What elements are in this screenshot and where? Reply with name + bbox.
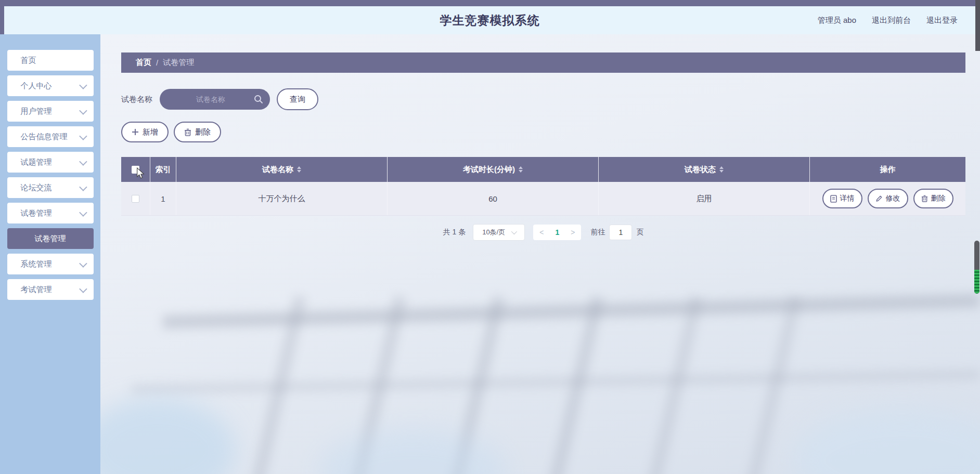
bg-streak	[793, 409, 980, 474]
sidebar-item-label: 系统管理	[21, 259, 52, 269]
sidebar-item-exam-management[interactable]: 考试管理	[7, 279, 94, 300]
sidebar-item-personal-center[interactable]: 个人中心	[7, 75, 94, 96]
pagination: 共 1 条 10条/页 < 1 > 前往 页	[121, 224, 965, 241]
mouse-cursor	[136, 167, 145, 181]
document-icon	[830, 195, 837, 203]
scroll-indicator-stripes	[974, 270, 979, 294]
sidebar-item-system-management[interactable]: 系统管理	[7, 254, 94, 274]
sidebar: 首页 个人中心 用户管理 公告信息管理 试题管理 论坛交流	[0, 34, 100, 474]
header-duration[interactable]: 考试时长(分钟)	[387, 157, 598, 182]
header-index: 索引	[150, 157, 176, 182]
screen: 学生竞赛模拟系统 管理员 abo 退出到前台 退出登录 首页 个人中心 用户管理…	[0, 0, 980, 474]
breadcrumb: 首页 / 试卷管理	[121, 52, 965, 73]
bg-streak	[319, 429, 506, 474]
delete-button-label: 删除	[931, 194, 946, 203]
chevron-down-icon	[511, 229, 517, 234]
admin-user-label[interactable]: 管理员 abo	[818, 16, 856, 25]
sidebar-subitem-label: 试卷管理	[35, 234, 66, 244]
header-status[interactable]: 试卷状态	[598, 157, 809, 182]
logout-link[interactable]: 退出登录	[926, 16, 958, 25]
exit-to-front-link[interactable]: 退出到前台	[872, 16, 911, 25]
trash-icon	[921, 195, 928, 202]
main-row: 首页 个人中心 用户管理 公告信息管理 试题管理 论坛交流	[0, 34, 980, 474]
papers-table: 索引 试卷名称 考试时长(分钟) 试卷状态	[121, 157, 965, 216]
bg-streak	[163, 294, 980, 328]
add-button[interactable]: 新增	[121, 122, 169, 142]
batch-delete-button[interactable]: 删除	[174, 122, 221, 142]
chevron-down-icon	[79, 81, 87, 89]
row-status-cell: 启用	[598, 182, 809, 215]
prev-page-button[interactable]: <	[539, 228, 544, 236]
detail-button[interactable]: 详情	[822, 189, 862, 208]
row-select-cell	[121, 182, 150, 215]
query-button[interactable]: 查询	[277, 88, 318, 110]
row-actions-cell: 详情 修改	[809, 182, 965, 215]
sidebar-item-announcement-management[interactable]: 公告信息管理	[7, 126, 94, 147]
chevron-down-icon	[79, 157, 87, 166]
chevron-down-icon	[79, 285, 87, 293]
chevron-down-icon	[79, 183, 87, 191]
search-row: 试卷名称 查询	[121, 88, 965, 110]
scrollbar-thumb[interactable]	[975, 0, 980, 51]
goto-page-input[interactable]	[609, 225, 632, 240]
row-checkbox[interactable]	[132, 195, 139, 203]
sort-caret-icon[interactable]	[297, 166, 301, 173]
header-status-label: 试卷状态	[685, 165, 716, 175]
header-paper-name[interactable]: 试卷名称	[176, 157, 387, 182]
sidebar-item-label: 试题管理	[21, 157, 52, 167]
header-select-all-cell	[121, 157, 150, 182]
chevron-down-icon	[79, 208, 87, 217]
toolbar: 新增 删除	[121, 122, 965, 142]
bg-streak	[446, 295, 505, 474]
plus-icon	[132, 128, 139, 136]
bg-streak	[545, 295, 604, 474]
next-page-button[interactable]: >	[571, 228, 575, 236]
sidebar-item-paper-management[interactable]: 试卷管理	[7, 203, 94, 223]
bg-streak	[250, 295, 307, 474]
sort-caret-icon[interactable]	[719, 166, 724, 173]
sidebar-item-label: 个人中心	[21, 81, 52, 91]
bg-streak	[100, 398, 236, 474]
trash-icon	[184, 128, 191, 136]
breadcrumb-home[interactable]: 首页	[136, 58, 151, 68]
chevron-down-icon	[79, 107, 87, 115]
sidebar-item-forum[interactable]: 论坛交流	[7, 177, 94, 198]
scroll-indicator[interactable]	[974, 241, 979, 294]
header-right: 管理员 abo 退出到前台 退出登录	[818, 6, 958, 34]
sidebar-item-label: 论坛交流	[21, 183, 52, 193]
page-unit-label: 页	[636, 228, 643, 237]
bg-streak	[347, 295, 406, 474]
bg-streak	[644, 295, 703, 474]
sidebar-item-label: 首页	[21, 56, 36, 65]
detail-button-label: 详情	[840, 194, 855, 203]
header-paper-name-label: 试卷名称	[262, 165, 293, 175]
current-page-button[interactable]: 1	[555, 228, 559, 236]
sidebar-item-label: 用户管理	[21, 107, 52, 116]
sidebar-item-label: 试卷管理	[21, 208, 52, 218]
search-pill	[160, 89, 270, 110]
page-size-value: 10条/页	[482, 228, 505, 237]
delete-button[interactable]: 删除	[913, 189, 953, 208]
bg-streak	[132, 370, 980, 394]
sidebar-item-label: 考试管理	[21, 285, 52, 295]
header-actions: 操作	[809, 157, 965, 182]
header-index-label: 索引	[156, 165, 171, 175]
breadcrumb-current: 试卷管理	[163, 58, 194, 68]
sidebar-item-question-management[interactable]: 试题管理	[7, 152, 94, 173]
pen-icon	[875, 195, 883, 202]
row-duration-cell: 60	[387, 182, 598, 215]
edit-button[interactable]: 修改	[868, 189, 908, 208]
total-count-label: 共 1 条	[443, 228, 466, 237]
table-header-row: 索引 试卷名称 考试时长(分钟) 试卷状态	[121, 157, 965, 182]
batch-delete-button-label: 删除	[195, 127, 211, 137]
header-actions-label: 操作	[880, 165, 896, 175]
page-size-select[interactable]: 10条/页	[473, 224, 525, 241]
goto-label: 前往	[590, 228, 605, 237]
pager: < 1 >	[533, 225, 581, 240]
sidebar-item-home[interactable]: 首页	[7, 50, 94, 71]
bg-streak	[743, 295, 802, 474]
sort-caret-icon[interactable]	[519, 166, 523, 173]
search-icon	[254, 95, 263, 106]
sidebar-item-user-management[interactable]: 用户管理	[7, 101, 94, 122]
sidebar-subitem-paper-management-active[interactable]: 试卷管理	[7, 228, 94, 249]
